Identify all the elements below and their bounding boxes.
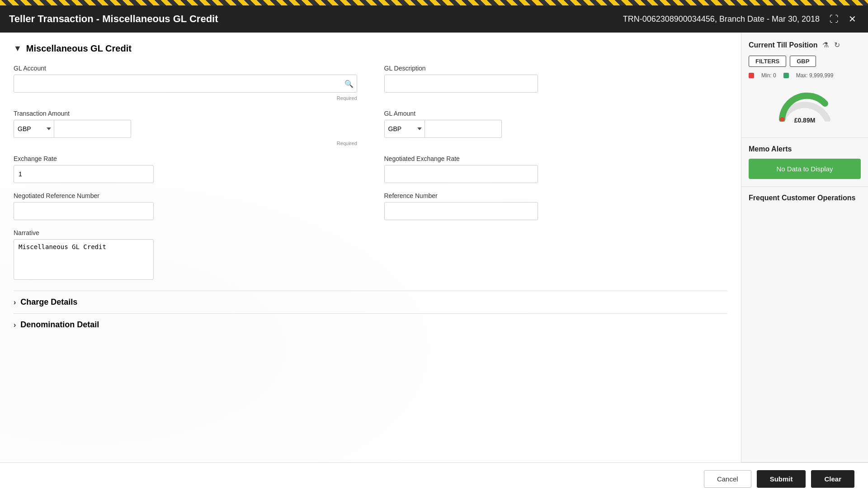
- memo-alerts-box: No Data to Display: [749, 159, 861, 179]
- filter-icon-button[interactable]: ⚗: [821, 40, 830, 50]
- charge-details-section[interactable]: › Charge Details: [14, 291, 727, 313]
- transaction-amount-field: Transaction Amount GBP USD EUR Required: [14, 110, 357, 146]
- gl-description-label: GL Description: [384, 65, 728, 72]
- form-row-2: Transaction Amount GBP USD EUR Required …: [14, 110, 727, 146]
- gauge-value-label: £0.89M: [794, 117, 816, 124]
- denomination-detail-title: Denomination Detail: [20, 320, 99, 330]
- footer: Cancel Submit Clear: [0, 462, 868, 495]
- frequent-customer-section: Frequent Customer Operations: [741, 187, 868, 462]
- charge-details-title: Charge Details: [20, 297, 77, 307]
- filter-tabs: FILTERS GBP: [749, 56, 861, 67]
- till-position-title: Current Till Position: [749, 41, 818, 49]
- section-toggle-icon[interactable]: ▼: [14, 44, 22, 53]
- gl-amount-input[interactable]: [425, 120, 502, 138]
- refresh-icon-button[interactable]: ↻: [833, 40, 841, 50]
- reference-number-label: Reference Number: [384, 192, 728, 199]
- gl-account-required: Required: [14, 95, 357, 101]
- gl-account-search-button[interactable]: 🔍: [344, 80, 354, 88]
- gauge-legend: Min: 0 Max: 9,999,999: [749, 72, 861, 79]
- close-button[interactable]: ✕: [846, 13, 859, 25]
- negotiated-exchange-rate-input[interactable]: [384, 165, 538, 183]
- transaction-amount-label: Transaction Amount: [14, 110, 357, 117]
- min-legend-dot: [749, 73, 754, 78]
- narrative-label: Narrative: [14, 229, 727, 236]
- section-header: ▼ Miscellaneous GL Credit: [14, 43, 727, 54]
- min-legend-label: Min: 0: [761, 72, 776, 79]
- negotiated-reference-field: Negotiated Reference Number: [14, 192, 357, 220]
- main-form: ▼ Miscellaneous GL Credit GL Account 🔍 R…: [0, 33, 741, 462]
- gl-account-input-wrapper: 🔍: [14, 75, 357, 93]
- memo-alerts-section: Memo Alerts No Data to Display: [741, 138, 868, 187]
- gl-amount-label: GL Amount: [384, 110, 728, 117]
- memo-alerts-no-data: No Data to Display: [776, 165, 833, 173]
- gl-account-field: GL Account 🔍 Required: [14, 65, 357, 101]
- filters-tab[interactable]: FILTERS: [749, 56, 786, 67]
- clear-button[interactable]: Clear: [811, 470, 854, 488]
- frequent-customer-label: Frequent Customer Operations: [749, 194, 855, 202]
- gl-amount-row: GBP USD EUR: [384, 120, 728, 138]
- negotiated-exchange-rate-field: Negotiated Exchange Rate: [384, 155, 728, 183]
- gbp-tab[interactable]: GBP: [790, 56, 816, 67]
- transaction-currency-select[interactable]: GBP USD EUR: [14, 120, 54, 138]
- transaction-amount-row: GBP USD EUR: [14, 120, 357, 138]
- negotiated-reference-input[interactable]: [14, 202, 154, 220]
- svg-point-0: [780, 117, 784, 122]
- negotiated-reference-label: Negotiated Reference Number: [14, 192, 357, 199]
- exchange-rate-field: Exchange Rate 1: [14, 155, 357, 183]
- content-area: ▼ Miscellaneous GL Credit GL Account 🔍 R…: [0, 33, 868, 462]
- section-title: Miscellaneous GL Credit: [26, 43, 132, 54]
- form-row-1: GL Account 🔍 Required GL Description: [14, 65, 727, 101]
- negotiated-exchange-rate-label: Negotiated Exchange Rate: [384, 155, 728, 162]
- transaction-amount-required: Required: [14, 141, 357, 146]
- till-position-section: Current Till Position ⚗ ↻ FILTERS GBP Mi…: [741, 33, 868, 138]
- memo-alerts-label: Memo Alerts: [749, 145, 792, 153]
- max-legend-label: Max: 9,999,999: [796, 72, 834, 79]
- gauge-container: £0.89M: [749, 83, 861, 128]
- resize-button[interactable]: ⛶: [827, 13, 841, 25]
- frequent-customer-title: Frequent Customer Operations: [749, 194, 861, 202]
- hazard-bar: [0, 0, 868, 5]
- gl-amount-currency-select[interactable]: GBP USD EUR: [384, 120, 425, 138]
- window-title: Teller Transaction - Miscellaneous GL Cr…: [9, 13, 218, 25]
- gl-account-input[interactable]: [14, 75, 357, 93]
- cancel-button[interactable]: Cancel: [704, 470, 751, 488]
- transaction-ref: TRN-0062308900034456, Branch Date - Mar …: [623, 14, 820, 24]
- denomination-detail-section[interactable]: › Denomination Detail: [14, 313, 727, 336]
- gl-amount-field: GL Amount GBP USD EUR: [384, 110, 728, 146]
- submit-button[interactable]: Submit: [757, 470, 806, 488]
- reference-number-field: Reference Number: [384, 192, 728, 220]
- narrative-input[interactable]: Miscellaneous GL Credit: [14, 239, 154, 280]
- memo-alerts-title: Memo Alerts: [749, 145, 861, 153]
- exchange-rate-label: Exchange Rate: [14, 155, 357, 162]
- denomination-toggle-icon: ›: [14, 321, 16, 329]
- form-row-4: Negotiated Reference Number Reference Nu…: [14, 192, 727, 220]
- charge-details-toggle-icon: ›: [14, 298, 16, 306]
- main-window: Teller Transaction - Miscellaneous GL Cr…: [0, 5, 868, 495]
- form-row-3: Exchange Rate 1 Negotiated Exchange Rate: [14, 155, 727, 183]
- gl-account-label: GL Account: [14, 65, 357, 72]
- gl-description-input[interactable]: [384, 75, 538, 93]
- transaction-amount-input[interactable]: [54, 120, 131, 138]
- title-bar: Teller Transaction - Miscellaneous GL Cr…: [0, 5, 868, 33]
- right-sidebar: Current Till Position ⚗ ↻ FILTERS GBP Mi…: [741, 33, 868, 462]
- till-position-header: Current Till Position ⚗ ↻: [749, 40, 861, 50]
- narrative-field: Narrative Miscellaneous GL Credit: [14, 229, 727, 280]
- exchange-rate-input[interactable]: 1: [14, 165, 154, 183]
- reference-number-input[interactable]: [384, 202, 538, 220]
- max-legend-dot: [783, 73, 789, 78]
- gl-description-field: GL Description: [384, 65, 728, 101]
